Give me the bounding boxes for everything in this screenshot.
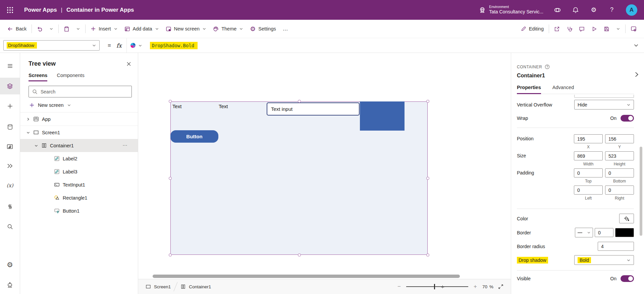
- tab-properties[interactable]: Properties: [517, 85, 541, 94]
- collapse-rail-button[interactable]: [0, 58, 20, 74]
- new-screen-button[interactable]: New screen: [162, 22, 210, 35]
- formula-text[interactable]: DropShadow.Bold: [150, 42, 198, 49]
- resize-handle-top-left[interactable]: [169, 100, 172, 103]
- environment-picker[interactable]: Environment Tata Consultancy Servic...: [479, 5, 543, 15]
- tree-item-rectangle1[interactable]: Rectangle1: [20, 191, 138, 204]
- border-style-dropdown[interactable]: [575, 228, 593, 237]
- tree-item-textinput1[interactable]: TextInput1: [20, 178, 138, 191]
- tree-item-app[interactable]: App: [20, 113, 138, 126]
- padding-right-input[interactable]: [605, 186, 634, 195]
- canvas-label2[interactable]: Text: [172, 103, 182, 109]
- rail-item-tree-view[interactable]: [0, 78, 20, 94]
- horizontal-scrollbar[interactable]: [153, 275, 460, 278]
- insert-button[interactable]: Insert: [87, 22, 121, 35]
- rail-item-insert[interactable]: [0, 98, 20, 115]
- tree-search-box[interactable]: [29, 86, 132, 97]
- app-name[interactable]: Power Apps: [24, 7, 57, 13]
- canvas-container1[interactable]: Text Text Button: [170, 101, 428, 255]
- breadcrumb-container1[interactable]: Container1: [180, 284, 211, 289]
- border-color-swatch[interactable]: [615, 228, 634, 237]
- zoom-in-button[interactable]: +: [473, 283, 478, 290]
- position-y-input[interactable]: [605, 134, 634, 143]
- new-screen-menu-button[interactable]: New screen: [20, 97, 138, 112]
- rail-item-search[interactable]: [0, 218, 20, 235]
- size-height-input[interactable]: [605, 151, 634, 160]
- paste-button[interactable]: [60, 22, 73, 35]
- chevron-down-icon[interactable]: [34, 144, 39, 148]
- rail-item-settings[interactable]: ⚙: [0, 256, 20, 273]
- resize-handle-right[interactable]: [426, 177, 429, 180]
- help-button[interactable]: ?: [608, 6, 616, 14]
- rail-item-virtual-agent[interactable]: [0, 277, 20, 293]
- rail-item-variables[interactable]: (x): [0, 177, 20, 194]
- properties-scrollbar[interactable]: [640, 147, 642, 236]
- rail-item-power-automate[interactable]: [0, 157, 20, 174]
- wrap-toggle[interactable]: [621, 115, 634, 122]
- tree-item-label3[interactable]: Label3: [20, 165, 138, 178]
- padding-bottom-input[interactable]: [605, 168, 634, 177]
- tree-item-button1[interactable]: Button1: [20, 204, 138, 217]
- back-button[interactable]: Back: [4, 22, 30, 35]
- close-tree-view-button[interactable]: [126, 62, 131, 66]
- design-canvas[interactable]: Text Text Button Screen1 Con: [138, 53, 511, 294]
- resize-handle-top-right[interactable]: [426, 100, 429, 103]
- avatar[interactable]: A: [626, 4, 637, 16]
- canvas-label3[interactable]: Text: [219, 103, 228, 109]
- waffle-menu-button[interactable]: [0, 0, 20, 20]
- tree-item-container1[interactable]: Container1 …: [20, 139, 138, 152]
- resize-handle-top[interactable]: [298, 100, 301, 103]
- copilot-button[interactable]: [553, 6, 561, 14]
- save-button[interactable]: [600, 22, 613, 35]
- item-overflow-button[interactable]: …: [122, 141, 128, 147]
- canvas-textinput1[interactable]: [267, 102, 360, 116]
- breadcrumb-screen1[interactable]: Screen1: [146, 284, 171, 289]
- save-dropdown-button[interactable]: [613, 22, 624, 35]
- comments-button[interactable]: [576, 22, 588, 35]
- padding-top-input[interactable]: [574, 168, 603, 177]
- more-commands-button[interactable]: …: [279, 22, 292, 35]
- tab-advanced[interactable]: Advanced: [552, 85, 574, 94]
- size-width-input[interactable]: [574, 151, 603, 160]
- undo-dropdown-button[interactable]: [46, 22, 57, 35]
- theme-button[interactable]: Theme: [210, 22, 247, 35]
- tree-item-screen1[interactable]: Screen1: [20, 126, 138, 139]
- property-selector[interactable]: DropShadow: [3, 40, 100, 51]
- chevron-down-icon[interactable]: [25, 131, 31, 135]
- settings-button[interactable]: ⚙ Settings: [247, 22, 279, 35]
- rail-item-data[interactable]: [0, 119, 20, 135]
- fit-to-window-button[interactable]: [498, 284, 503, 289]
- editing-mode-button[interactable]: Editing: [518, 22, 547, 35]
- border-width-input[interactable]: [595, 228, 613, 237]
- tree-item-label2[interactable]: Label2: [20, 152, 138, 165]
- padding-left-input[interactable]: [574, 186, 603, 195]
- rail-item-media[interactable]: [0, 138, 20, 155]
- search-input[interactable]: [41, 89, 128, 94]
- publish-button[interactable]: [627, 22, 640, 35]
- zoom-slider[interactable]: [406, 284, 468, 289]
- canvas-rectangle1[interactable]: [360, 101, 405, 131]
- resize-handle-bottom-right[interactable]: [426, 253, 429, 256]
- resize-handle-left[interactable]: [169, 177, 172, 180]
- tab-components[interactable]: Components: [57, 73, 84, 81]
- add-data-button[interactable]: Add data: [121, 22, 162, 35]
- color-picker-button[interactable]: [619, 214, 634, 223]
- resize-handle-bottom[interactable]: [298, 253, 301, 256]
- drop-shadow-dropdown[interactable]: Bold: [574, 255, 634, 265]
- vertical-overflow-dropdown[interactable]: Hide: [574, 100, 634, 109]
- zoom-slider-thumb[interactable]: [434, 284, 435, 289]
- paste-dropdown-button[interactable]: [73, 22, 84, 35]
- resize-handle-bottom-left[interactable]: [169, 253, 172, 256]
- canvas-button1[interactable]: Button: [170, 130, 218, 143]
- visible-toggle[interactable]: [621, 275, 634, 282]
- expand-panel-button[interactable]: [634, 72, 639, 77]
- settings-button-header[interactable]: ⚙: [590, 6, 598, 14]
- undo-button[interactable]: [34, 22, 46, 35]
- share-button[interactable]: [551, 22, 563, 35]
- notifications-button[interactable]: [572, 6, 580, 14]
- position-x-input[interactable]: [574, 134, 603, 143]
- preview-button[interactable]: [588, 22, 600, 35]
- rail-item-advanced-tools[interactable]: [0, 198, 20, 215]
- zoom-out-button[interactable]: −: [397, 283, 401, 290]
- border-radius-input[interactable]: [598, 242, 634, 251]
- formula-input-area[interactable]: DropShadow.Bold: [126, 38, 644, 53]
